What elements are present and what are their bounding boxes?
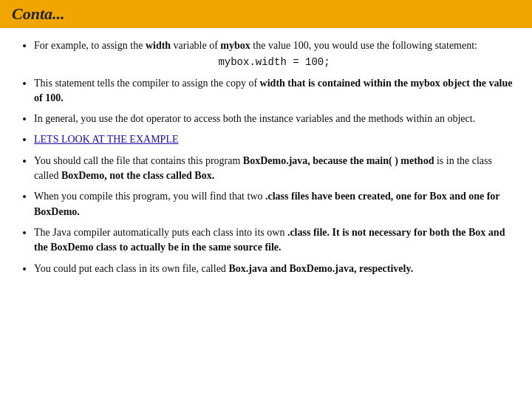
list-item-5: When you compile this program, you will … <box>34 189 514 219</box>
header-bar: Conta... <box>0 0 532 28</box>
example-link[interactable]: LETS LOOK AT THE EXAMPLE <box>34 134 178 145</box>
example-link-item[interactable]: LETS LOOK AT THE EXAMPLE <box>34 132 514 147</box>
list-item-1: For example, to assign the width variabl… <box>34 38 514 70</box>
code-example: mybox.width = 100; <box>34 55 514 69</box>
list-item-2: This statement tells the compiler to ass… <box>34 76 514 106</box>
list-item-6: The Java compiler automatically puts eac… <box>34 225 514 256</box>
list-item-7: You could put each class in its own file… <box>34 262 514 276</box>
example-link-list: LETS LOOK AT THE EXAMPLE <box>18 132 514 147</box>
list-item-3: In general, you use the dot operator to … <box>34 112 514 126</box>
header-title: Conta... <box>12 4 65 23</box>
content-area: For example, to assign the width variabl… <box>0 28 532 290</box>
bullet-list: For example, to assign the width variabl… <box>18 38 514 126</box>
bullet-list-2: You should call the file that contains t… <box>18 154 514 276</box>
list-item-4: You should call the file that contains t… <box>34 154 514 184</box>
